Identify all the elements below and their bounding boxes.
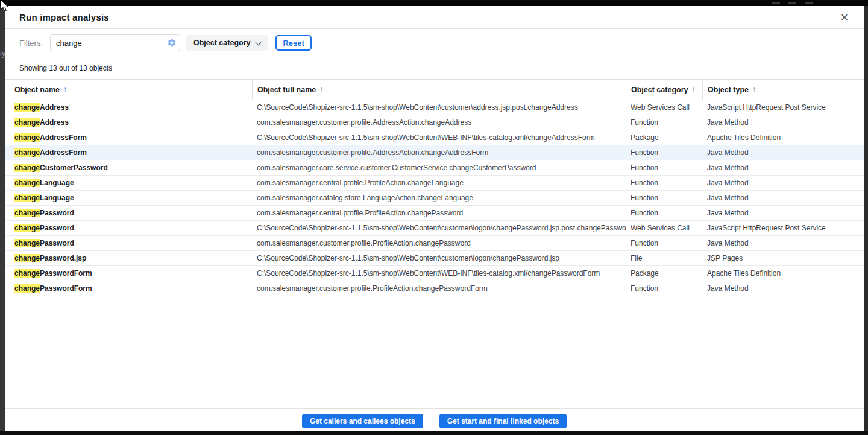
- object-type-cell: Java Method: [702, 206, 864, 220]
- object-full-name-cell: C:\SourceCode\Shopizer-src-1.1.5\sm-shop…: [252, 130, 626, 145]
- background-window-control-dash: [805, 2, 813, 4]
- object-type-cell: Java Method: [702, 115, 864, 130]
- search-highlight: change: [14, 118, 40, 127]
- close-icon[interactable]: ×: [837, 10, 852, 25]
- search-highlight: change: [14, 239, 40, 247]
- background-app-bottom-bar: [0, 431, 868, 435]
- object-name-cell: changePassword.jsp: [5, 251, 252, 265]
- object-full-name-cell: com.salesmanager.customer.profile.Addres…: [252, 145, 626, 160]
- table-row[interactable]: changeAddressForm com.salesmanager.custo…: [5, 145, 864, 160]
- get-start-final-linked-button[interactable]: Get start and final linked objects: [439, 414, 567, 428]
- dialog-header: Run impact analysis ×: [5, 6, 864, 29]
- background-app-right-edge: [864, 6, 868, 431]
- object-category-cell: Function: [626, 206, 702, 220]
- dialog-title: Run impact analysis: [19, 12, 109, 22]
- object-full-name-cell: C:\SourceCode\Shopizer-src-1.1.5\sm-shop…: [252, 251, 626, 265]
- table-row[interactable]: changeCustomerPassword com.salesmanager.…: [5, 160, 864, 176]
- run-impact-analysis-dialog: Run impact analysis × Filters: Object ca…: [5, 6, 864, 431]
- get-callers-callees-button[interactable]: Get callers and callees objects: [302, 414, 423, 428]
- object-name-cell: changePassword: [5, 236, 252, 250]
- object-full-name-cell: com.salesmanager.catalog.store.LanguageA…: [252, 191, 626, 205]
- object-category-cell: Function: [626, 191, 702, 205]
- object-full-name-cell: com.salesmanager.central.profile.Profile…: [252, 206, 626, 220]
- object-name-cell: changePasswordForm: [5, 281, 252, 296]
- object-name-cell: changeAddressForm: [5, 145, 252, 160]
- object-type-cell: Java Method: [702, 281, 864, 296]
- object-type-cell: Java Method: [702, 191, 864, 205]
- object-name-cell: changeCustomerPassword: [5, 160, 252, 175]
- search-highlight: change: [14, 133, 40, 142]
- filter-search-input[interactable]: [50, 34, 180, 51]
- column-header-object-type[interactable]: Object type ↑: [702, 80, 864, 100]
- table-row[interactable]: changePassword com.salesmanager.central.…: [5, 206, 864, 221]
- object-name-cell: changeAddress: [5, 115, 252, 130]
- sort-arrow-icon: ↑: [319, 84, 324, 94]
- object-name-cell: changeAddress: [5, 100, 252, 115]
- table-row[interactable]: changeLanguage com.salesmanager.catalog.…: [5, 191, 864, 206]
- filter-bar: Filters: Object category Reset: [5, 29, 864, 57]
- object-full-name-cell: com.salesmanager.core.service.customer.C…: [252, 160, 626, 175]
- background-text-fragment: ty: [0, 49, 5, 58]
- table-row[interactable]: changeAddressForm C:\SourceCode\Shopizer…: [5, 130, 864, 145]
- results-summary: Showing 13 out of 13 objects: [5, 57, 864, 79]
- gear-icon[interactable]: [167, 38, 177, 48]
- search-highlight: change: [14, 284, 40, 293]
- search-highlight: change: [14, 224, 40, 232]
- object-full-name-cell: C:\SourceCode\Shopizer-src-1.1.5\sm-shop…: [252, 100, 626, 115]
- object-full-name-cell: com.salesmanager.central.profile.Profile…: [252, 176, 626, 190]
- object-category-cell: Package: [626, 130, 702, 145]
- object-category-cell: Function: [626, 236, 702, 250]
- object-category-cell: Function: [626, 176, 702, 190]
- table-row[interactable]: changePassword com.salesmanager.customer…: [5, 236, 864, 251]
- object-type-cell: Java Method: [702, 236, 864, 250]
- object-type-cell: Apache Tiles Definition: [702, 266, 864, 281]
- search-highlight: change: [14, 179, 40, 187]
- object-category-dropdown-label: Object category: [193, 39, 250, 47]
- search-highlight: change: [14, 254, 40, 262]
- table-row[interactable]: changeAddress C:\SourceCode\Shopizer-src…: [5, 100, 864, 115]
- search-highlight: change: [14, 194, 40, 202]
- background-window-control-dash: [788, 2, 796, 4]
- chevron-down-icon: [256, 39, 261, 45]
- object-category-cell: Function: [626, 145, 702, 160]
- object-category-dropdown[interactable]: Object category: [186, 35, 268, 51]
- object-type-cell: Java Method: [702, 145, 864, 160]
- object-type-cell: Java Method: [702, 176, 864, 190]
- background-window-control-dash: [772, 2, 780, 4]
- table-row[interactable]: changeLanguage com.salesmanager.central.…: [5, 176, 864, 191]
- object-category-cell: Web Services Call: [626, 100, 702, 115]
- background-app-top-bar: [0, 0, 868, 6]
- object-full-name-cell: com.salesmanager.customer.profile.Profil…: [252, 236, 626, 250]
- filter-search-wrap: [50, 34, 180, 51]
- object-category-cell: Function: [626, 160, 702, 175]
- column-header-object-name[interactable]: Object name ↑: [5, 80, 252, 100]
- object-name-cell: changePassword: [5, 206, 252, 220]
- table-empty-area: [5, 296, 864, 408]
- search-highlight: change: [14, 148, 40, 157]
- object-name-cell: changePasswordForm: [5, 266, 252, 281]
- filters-label: Filters:: [19, 39, 43, 48]
- object-category-cell: Web Services Call: [626, 221, 702, 235]
- sort-arrow-icon: ↑: [752, 84, 756, 94]
- object-type-cell: JavaScript HttpRequest Post Service: [702, 221, 864, 235]
- search-highlight: change: [14, 103, 40, 112]
- column-header-object-category[interactable]: Object category ↑: [626, 80, 702, 100]
- background-app-left-edge: ty: [0, 6, 5, 431]
- object-type-cell: Apache Tiles Definition: [702, 130, 864, 145]
- object-name-cell: changeLanguage: [5, 176, 252, 190]
- table-header: Object name ↑ Object full name ↑ Object …: [5, 79, 864, 100]
- column-header-object-full-name[interactable]: Object full name ↑: [252, 80, 626, 100]
- table-row[interactable]: changePasswordForm C:\SourceCode\Shopize…: [5, 266, 864, 281]
- object-type-cell: JSP Pages: [702, 251, 864, 265]
- table-row[interactable]: changePassword C:\SourceCode\Shopizer-sr…: [5, 221, 864, 236]
- object-full-name-cell: C:\SourceCode\Shopizer-src-1.1.5\sm-shop…: [252, 221, 626, 235]
- object-name-cell: changeLanguage: [5, 191, 252, 205]
- reset-button[interactable]: Reset: [275, 35, 311, 51]
- object-category-cell: Function: [626, 115, 702, 130]
- table-row[interactable]: changeAddress com.salesmanager.customer.…: [5, 115, 864, 130]
- table-row[interactable]: changePasswordForm com.salesmanager.cust…: [5, 281, 864, 296]
- object-full-name-cell: C:\SourceCode\Shopizer-src-1.1.5\sm-shop…: [252, 266, 626, 281]
- table-row[interactable]: changePassword.jsp C:\SourceCode\Shopize…: [5, 251, 864, 266]
- sort-arrow-icon: ↑: [691, 84, 696, 94]
- dialog-footer: Get callers and callees objects Get star…: [5, 408, 864, 431]
